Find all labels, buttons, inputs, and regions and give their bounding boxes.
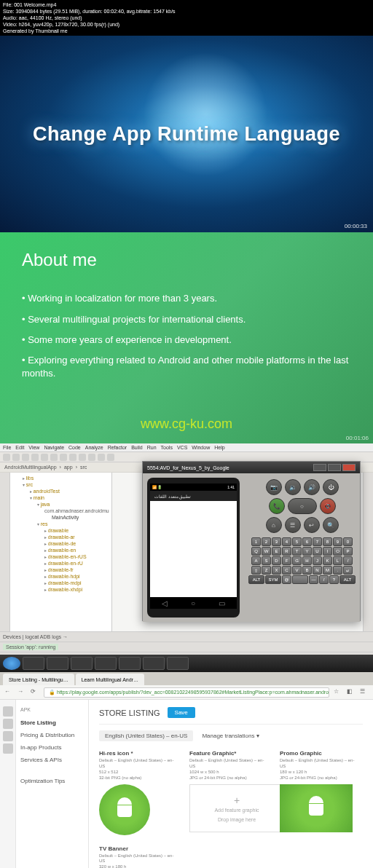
keyboard-key[interactable]: E: [272, 547, 281, 556]
windows-taskbar[interactable]: [0, 655, 373, 672]
keyboard-key[interactable]: 7: [313, 537, 322, 546]
keyboard-key[interactable]: 0: [343, 537, 353, 546]
tree-item[interactable]: drawable-en-rU: [12, 560, 109, 567]
menu-icon[interactable]: ☰: [360, 688, 369, 697]
asset-upload-box[interactable]: [280, 784, 353, 832]
tree-item[interactable]: drawable-fr: [12, 567, 109, 573]
redo-icon[interactable]: [31, 454, 39, 461]
volume-down-icon[interactable]: 🔉: [285, 479, 301, 495]
url-field[interactable]: 🔒https://play.google.com/apps/publish/?d…: [44, 687, 329, 698]
rail-icon[interactable]: [3, 719, 13, 729]
sidebar-item-optimization[interactable]: Optimization Tips: [20, 775, 84, 787]
sdk-icon[interactable]: [107, 454, 114, 461]
maximize-button[interactable]: [328, 464, 341, 471]
tree-item[interactable]: res: [12, 521, 109, 527]
start-button[interactable]: [3, 657, 20, 670]
keyboard-key[interactable]: Z: [262, 566, 271, 575]
menu-build[interactable]: Build: [131, 445, 143, 450]
menu-help[interactable]: Help: [214, 445, 224, 450]
copy-icon[interactable]: [50, 454, 58, 461]
power-icon[interactable]: ⏻: [323, 479, 339, 495]
keyboard-key[interactable]: @: [282, 575, 291, 584]
keyboard-key[interactable]: 6: [302, 537, 312, 546]
keyboard-key[interactable]: H: [302, 556, 312, 565]
call-icon[interactable]: 📞: [269, 498, 285, 514]
tree-item[interactable]: drawable-de: [12, 540, 109, 547]
keyboard-key[interactable]: C: [282, 566, 291, 575]
taskbar-item[interactable]: [167, 657, 189, 670]
tree-item[interactable]: drawable-hdpi: [12, 573, 109, 580]
asset-upload-box[interactable]: +Add feature graphicDrop image here: [189, 784, 284, 832]
taskbar-item[interactable]: [119, 657, 141, 670]
asset-upload-box[interactable]: [99, 784, 150, 835]
rail-icon[interactable]: [3, 743, 13, 754]
taskbar-item[interactable]: [23, 657, 44, 670]
devices-label[interactable]: Devices | logcat ADB logs →: [3, 634, 68, 639]
back-icon[interactable]: ◁: [162, 599, 168, 607]
keyboard-key[interactable]: W: [262, 547, 271, 556]
star-icon[interactable]: ☆: [334, 688, 342, 697]
menu-edit[interactable]: Edit: [15, 445, 24, 450]
menu-view[interactable]: View: [28, 445, 39, 450]
menu-window[interactable]: Window: [192, 445, 210, 450]
browser-tab[interactable]: Learn Multilingual Andr…: [76, 674, 144, 685]
sidebar-item-services[interactable]: Services & APIs: [20, 754, 84, 766]
sidebar-item-pricing[interactable]: Pricing & Distribution: [20, 729, 84, 741]
keyboard-key[interactable]: K: [323, 556, 332, 565]
keyboard-key[interactable]: P: [343, 547, 353, 556]
extension-icon[interactable]: ◧: [347, 688, 356, 697]
sidebar-item-iap[interactable]: In-app Products: [20, 741, 84, 754]
menu-tools[interactable]: Tools: [161, 445, 173, 450]
keyboard-key[interactable]: ?: [329, 575, 339, 584]
tree-item[interactable]: main: [12, 494, 109, 501]
right-tool-tabs[interactable]: [363, 473, 373, 631]
project-tree[interactable]: libssrcandroidTestmainjavacom.ahmadnaser…: [10, 473, 112, 631]
keyboard-key[interactable]: L: [333, 556, 342, 565]
browser-tab[interactable]: Store Listing - Multilingu…: [3, 674, 74, 685]
menu-navigate[interactable]: Navigate: [44, 445, 64, 450]
keyboard-key[interactable]: Y: [302, 547, 312, 556]
emulator-titlebar[interactable]: 5554:AVD_for_Nexus_5_by_Google: [143, 462, 360, 473]
keyboard-key[interactable]: .: [333, 566, 342, 575]
save-icon[interactable]: [12, 454, 20, 461]
keyboard-key[interactable]: I: [323, 547, 332, 556]
dpad-button[interactable]: ○: [288, 498, 317, 514]
menu-vcs[interactable]: VCS: [177, 445, 187, 450]
keyboard-key[interactable]: 4: [282, 537, 291, 546]
camera-icon[interactable]: 📷: [266, 479, 282, 495]
session-app[interactable]: Session 'app': running: [3, 644, 58, 650]
taskbar-item[interactable]: [47, 657, 68, 670]
crumb[interactable]: AndroidMultilingualApp: [4, 465, 57, 470]
reload-icon[interactable]: ⟳: [31, 688, 39, 697]
menu-code[interactable]: Code: [68, 445, 81, 450]
menu-button[interactable]: ☰: [285, 517, 301, 533]
back-icon[interactable]: ←: [4, 688, 13, 697]
tree-item[interactable]: drawable: [12, 527, 109, 534]
keyboard-key[interactable]: B: [302, 566, 312, 575]
build-icon[interactable]: [69, 454, 76, 461]
volume-up-icon[interactable]: 🔊: [304, 479, 320, 495]
manage-translations[interactable]: Manage translations ▾: [199, 730, 262, 741]
tree-item[interactable]: libs: [12, 475, 109, 481]
keyboard-key[interactable]: 3: [272, 537, 281, 546]
endcall-icon[interactable]: 📵: [320, 498, 336, 514]
tree-item[interactable]: drawable-en: [12, 547, 109, 553]
keyboard-key[interactable]: D: [272, 556, 281, 565]
taskbar-item[interactable]: [143, 657, 165, 670]
keyboard-key[interactable]: /: [343, 556, 353, 565]
keyboard-key[interactable]: 1: [251, 537, 261, 546]
keyboard-key[interactable]: SYM: [265, 575, 281, 584]
keyboard-key[interactable]: ↵: [343, 566, 353, 575]
search-button[interactable]: 🔍: [323, 517, 339, 533]
keyboard-key[interactable]: X: [272, 566, 281, 575]
keyboard-key[interactable]: S: [262, 556, 271, 565]
keyboard-key[interactable]: R: [282, 547, 291, 556]
keyboard-key[interactable]: ALT: [339, 575, 356, 584]
keyboard-key[interactable]: V: [292, 566, 302, 575]
undo-icon[interactable]: [22, 454, 29, 461]
save-button[interactable]: Save: [168, 707, 195, 718]
tree-item[interactable]: com.ahmadnaser.androidmu: [12, 508, 109, 514]
minimize-button[interactable]: [313, 464, 326, 471]
tree-item[interactable]: drawable-en-rUS: [12, 553, 109, 560]
avd-icon[interactable]: [98, 454, 105, 461]
